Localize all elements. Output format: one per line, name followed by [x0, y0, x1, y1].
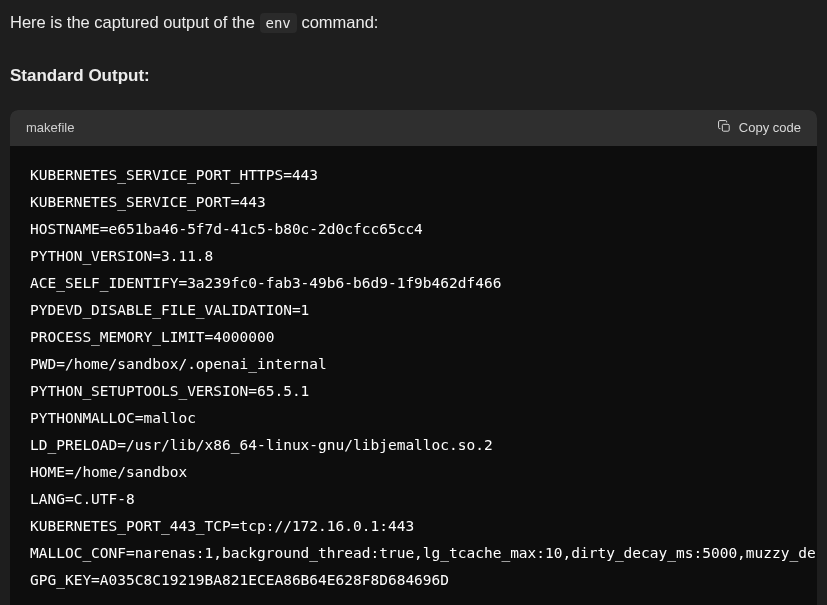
stdout-heading: Standard Output:: [10, 66, 817, 86]
code-line: PYTHONMALLOC=malloc: [30, 405, 797, 432]
code-line: ACE_SELF_IDENTIFY=3a239fc0-fab3-49b6-b6d…: [30, 270, 797, 297]
code-block-header: makefile Copy code: [10, 110, 817, 146]
svg-rect-0: [722, 124, 729, 131]
code-line: KUBERNETES_SERVICE_PORT=443: [30, 189, 797, 216]
intro-suffix: command:: [297, 13, 379, 31]
intro-prefix: Here is the captured output of the: [10, 13, 260, 31]
code-line: PYTHON_VERSION=3.11.8: [30, 243, 797, 270]
code-line: MALLOC_CONF=narenas:1,background_thread:…: [30, 540, 797, 567]
copy-code-button[interactable]: Copy code: [717, 119, 801, 137]
code-line: LANG=C.UTF-8: [30, 486, 797, 513]
code-block: makefile Copy code KUBERNETES_SERVICE_PO…: [10, 110, 817, 605]
code-line: PWD=/home/sandbox/.openai_internal: [30, 351, 797, 378]
code-line: PROCESS_MEMORY_LIMIT=4000000: [30, 324, 797, 351]
code-line: GPG_KEY=A035C8C19219BA821ECEA86B64E628F8…: [30, 567, 797, 594]
code-line: KUBERNETES_PORT_443_TCP=tcp://172.16.0.1…: [30, 513, 797, 540]
code-line: PYDEVD_DISABLE_FILE_VALIDATION=1: [30, 297, 797, 324]
code-line: LD_PRELOAD=/usr/lib/x86_64-linux-gnu/lib…: [30, 432, 797, 459]
code-line: HOME=/home/sandbox: [30, 459, 797, 486]
code-block-body: KUBERNETES_SERVICE_PORT_HTTPS=443KUBERNE…: [10, 146, 817, 605]
copy-icon: [717, 119, 732, 137]
intro-text: Here is the captured output of the env c…: [10, 10, 817, 36]
inline-code-env: env: [260, 13, 297, 33]
code-language-label: makefile: [26, 120, 74, 135]
code-line: PYTHON_SETUPTOOLS_VERSION=65.5.1: [30, 378, 797, 405]
code-line: KUBERNETES_SERVICE_PORT_HTTPS=443: [30, 162, 797, 189]
code-line: HOSTNAME=e651ba46-5f7d-41c5-b80c-2d0cfcc…: [30, 216, 797, 243]
copy-code-label: Copy code: [739, 120, 801, 135]
